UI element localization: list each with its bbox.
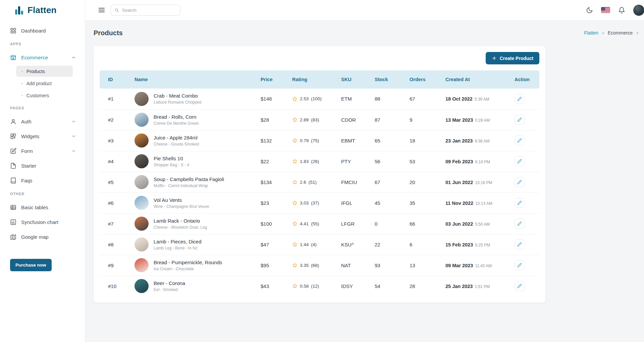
- book-icon: [10, 177, 16, 184]
- notifications-bell-icon[interactable]: [618, 7, 625, 14]
- sidebar-subitem-label: Products: [26, 69, 45, 74]
- edit-product-button[interactable]: [515, 239, 525, 249]
- product-name: Juice - Apple 284ml: [154, 135, 199, 140]
- product-name-cell: Lamb - Pieces, Diced Lamb Leg - Bone - I…: [130, 234, 257, 255]
- product-orders: 9: [410, 117, 412, 123]
- product-id: #6: [108, 200, 114, 206]
- product-stock: 93: [375, 263, 380, 268]
- star-icon: [292, 221, 298, 226]
- sidebar-section-pages: PAGES: [0, 102, 85, 114]
- product-stock-cell: 22: [371, 234, 406, 255]
- purchase-now-button[interactable]: Purchase now: [10, 259, 52, 271]
- edit-product-button[interactable]: [515, 156, 525, 166]
- product-created-cell: 18 Oct 20225:39 AM: [441, 89, 511, 109]
- menu-icon[interactable]: [98, 6, 105, 14]
- edit-product-button[interactable]: [515, 135, 525, 146]
- product-price: $95: [261, 263, 269, 268]
- product-sku-cell: FMCIU: [337, 172, 371, 192]
- bar-chart-icon: [10, 219, 16, 225]
- product-thumbnail: [135, 133, 149, 148]
- product-name-cell: Lamb Rack - Ontario Cheese - Woolwich Go…: [130, 213, 257, 234]
- page-title: Products: [94, 29, 123, 37]
- product-price: $23: [261, 200, 269, 206]
- product-action-cell: [511, 130, 539, 151]
- sidebar-item-ecommerce[interactable]: Ecommerce: [0, 50, 85, 65]
- table-row: #8 Lamb - Pieces, Diced Lamb Leg - Bone …: [100, 234, 539, 255]
- product-orders: 66: [410, 221, 415, 227]
- sidebar-item-label: Basic tables: [21, 205, 48, 210]
- product-price-cell: $47: [257, 234, 288, 255]
- product-created-date: 18 Oct 2022: [445, 96, 473, 102]
- product-sku-cell: PTY: [337, 151, 371, 172]
- breadcrumb: Flatten > Ecommerce >: [584, 30, 639, 36]
- product-price-cell: $132: [257, 130, 288, 151]
- product-created-cell: 15 Feb 20235:25 PM: [441, 234, 511, 255]
- product-thumbnail: [135, 175, 149, 189]
- edit-product-button[interactable]: [515, 219, 525, 229]
- product-orders: 6: [410, 242, 412, 247]
- user-avatar[interactable]: [633, 5, 644, 16]
- edit-product-button[interactable]: [515, 198, 525, 208]
- product-rating: 2.89: [300, 117, 309, 122]
- product-rating-cell: 0.79 (75): [288, 130, 337, 151]
- edit-product-button[interactable]: [515, 177, 525, 187]
- product-created-time: 1:51 PM: [475, 284, 490, 289]
- search-icon: [114, 8, 119, 13]
- sidebar-item-faqs[interactable]: Faqs: [0, 173, 85, 188]
- sidebar-item-dashboard[interactable]: Dashboard: [0, 23, 85, 38]
- sidebar-item-widgets[interactable]: Widgets: [0, 129, 85, 144]
- pencil-icon: [517, 221, 522, 226]
- product-sku: EBMT: [341, 138, 355, 144]
- sidebar-subitem-customers[interactable]: - Customers: [16, 90, 73, 101]
- products-card: Create Product ID Name Price Rating SKU …: [94, 46, 545, 302]
- product-rating-cell: 0.58 (12): [288, 276, 337, 296]
- sidebar-subitem-add-product[interactable]: - Add product: [16, 78, 73, 89]
- sidebar-item-form[interactable]: Form: [0, 144, 85, 158]
- sidebar-item-google-map[interactable]: Google map: [0, 229, 85, 244]
- product-rating: 1.83: [300, 159, 309, 164]
- brand-logo[interactable]: Flatten: [0, 0, 85, 20]
- sidebar-item-auth[interactable]: Auth: [0, 114, 85, 129]
- product-subtitle: Wine - Champagne Brut Veuve: [154, 204, 209, 209]
- product-created-date: 15 Feb 2023: [445, 242, 473, 247]
- product-sku: FMCIU: [341, 179, 357, 185]
- create-product-button[interactable]: Create Product: [486, 52, 539, 64]
- product-sku-cell: ETM: [337, 89, 371, 109]
- sidebar-item-basic-tables[interactable]: Basic tables: [0, 200, 85, 215]
- breadcrumb-separator: >: [602, 31, 604, 36]
- star-icon: [292, 200, 298, 206]
- sidebar-section-apps: APPS: [0, 38, 85, 50]
- product-sku: LFGR: [341, 221, 355, 227]
- product-rating: 4.41: [300, 221, 309, 226]
- us-flag-icon[interactable]: [601, 7, 610, 13]
- product-price: $47: [261, 242, 269, 247]
- product-sku: IDSY: [341, 283, 353, 289]
- product-id: #9: [108, 263, 114, 268]
- product-action-cell: [511, 109, 539, 130]
- product-name: Beer - Corona: [154, 280, 185, 286]
- product-price-cell: $23: [257, 192, 288, 213]
- product-sku: CDOR: [341, 117, 356, 123]
- product-id-cell: #10: [100, 276, 130, 296]
- product-created-date: 09 Mar 2023: [445, 263, 473, 268]
- product-created-cell: 23 Jan 20239:38 AM: [441, 130, 511, 151]
- edit-product-button[interactable]: [515, 94, 525, 104]
- table-row: #5 Soup - Campbells Pasta Fagioli Muffin…: [100, 172, 539, 192]
- product-rating-cell: 4.41 (55): [288, 213, 337, 234]
- edit-product-button[interactable]: [515, 281, 525, 291]
- product-name-cell: Bread - Pumpernickle, Rounds Ice Cream -…: [130, 255, 257, 276]
- edit-square-icon: [10, 148, 16, 154]
- product-rating: 2.6: [300, 180, 306, 185]
- product-subtitle: Eel - Smoked: [154, 287, 185, 292]
- sidebar-subitem-products[interactable]: - Products: [16, 66, 73, 77]
- product-id-cell: #2: [100, 109, 130, 130]
- product-sku-cell: IDSY: [337, 276, 371, 296]
- dark-mode-moon-icon[interactable]: [586, 7, 593, 14]
- breadcrumb-item-flatten[interactable]: Flatten: [584, 30, 598, 36]
- search-input[interactable]: [122, 8, 177, 13]
- sidebar-item-starter[interactable]: Starter: [0, 158, 85, 173]
- breadcrumb-item-ecommerce[interactable]: Ecommerce: [608, 30, 633, 36]
- edit-product-button[interactable]: [515, 115, 525, 125]
- sidebar-item-syncfusion-chart[interactable]: Syncfusion chart: [0, 215, 85, 229]
- edit-product-button[interactable]: [515, 260, 525, 270]
